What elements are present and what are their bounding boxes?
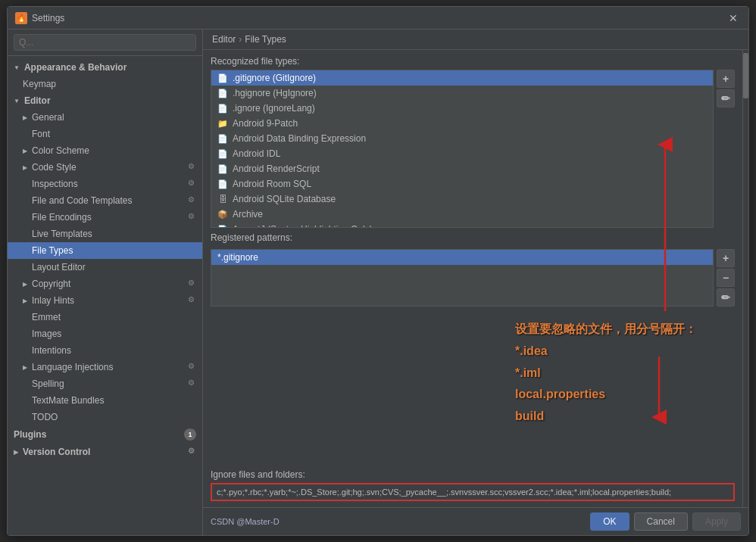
- file-type-label: Android Data Binding Expression: [233, 133, 366, 144]
- sidebar-item-layout-editor[interactable]: Layout Editor: [8, 259, 202, 276]
- sidebar-item-file-types[interactable]: File Types: [8, 242, 202, 259]
- sidebar-item-label: Color Scheme: [32, 145, 89, 156]
- sidebar-item-code-style[interactable]: ▶ Code Style ⚙: [8, 159, 202, 176]
- sidebar-item-emmet[interactable]: Emmet: [8, 309, 202, 326]
- sidebar-item-label: Keymap: [23, 79, 56, 89]
- sidebar-item-keymap[interactable]: Keymap: [8, 76, 202, 92]
- file-type-icon: 📄: [217, 224, 228, 228]
- gear-icon: ⚙: [186, 212, 196, 223]
- sidebar-item-live-templates[interactable]: Live Templates: [8, 226, 202, 242]
- sidebar-item-plugins[interactable]: Plugins 1: [8, 425, 202, 444]
- sidebar: ▼ Appearance & Behavior Keymap ▼ Editor …: [8, 30, 203, 535]
- plugin-badge: 1: [184, 428, 196, 441]
- file-types-buttons: + ✏: [717, 70, 735, 228]
- sidebar-item-label: Images: [32, 329, 61, 339]
- sidebar-item-label: File and Code Templates: [32, 195, 133, 206]
- sidebar-item-label: Font: [32, 129, 50, 139]
- sidebar-item-spelling[interactable]: Spelling ⚙: [8, 375, 202, 392]
- edit-file-type-button[interactable]: ✏: [717, 89, 735, 107]
- file-type-item-renderscript[interactable]: 📄 Android RenderScript: [211, 161, 713, 176]
- file-type-label: AspectJ (Syntax Highlighting Only): [233, 224, 373, 228]
- search-input[interactable]: [14, 34, 196, 51]
- file-types-list[interactable]: 📄 .gitignore (GitIgnore) 📄 .hgignore (Hg…: [211, 70, 714, 228]
- file-type-icon: 📁: [217, 118, 228, 129]
- sidebar-item-label: Intentions: [32, 345, 71, 356]
- sidebar-item-inspections[interactable]: Inspections ⚙: [8, 176, 202, 192]
- close-button[interactable]: ✕: [726, 11, 741, 25]
- bottom-bar: CSDN @Master-D OK Cancel Apply: [203, 507, 748, 535]
- cancel-button[interactable]: Cancel: [634, 512, 688, 531]
- settings-dialog: 🔥 Settings ✕ ▼ Appearance & Behavior Key…: [7, 6, 749, 536]
- breadcrumb-separator: ›: [239, 34, 242, 45]
- sidebar-item-file-code-templates[interactable]: File and Code Templates ⚙: [8, 192, 202, 209]
- file-type-item-androididl[interactable]: 📄 Android IDL: [211, 146, 713, 161]
- sidebar-item-label: Code Style: [32, 162, 77, 173]
- file-type-item-android9patch[interactable]: 📁 Android 9-Patch: [211, 116, 713, 131]
- sidebar-item-label: Live Templates: [32, 229, 92, 239]
- file-type-label: Archive: [233, 209, 263, 220]
- file-type-label: .hgignore (HgIgnore): [233, 88, 317, 98]
- file-type-icon: 📄: [217, 179, 228, 189]
- file-type-icon: 📄: [217, 88, 228, 98]
- expand-icon: ▼: [14, 98, 20, 104]
- sidebar-item-intentions[interactable]: Intentions: [8, 342, 202, 359]
- sidebar-item-color-scheme[interactable]: ▶ Color Scheme: [8, 142, 202, 159]
- annotation-line1: 设置要忽略的文件，用分号隔开：: [515, 319, 697, 341]
- sidebar-item-label: Inspections: [32, 179, 78, 189]
- scrollbar-thumb: [743, 53, 748, 98]
- right-scrollbar[interactable]: [742, 50, 748, 507]
- file-type-icon: 📄: [217, 133, 228, 144]
- sidebar-item-label: File Types: [32, 245, 73, 256]
- breadcrumb: Editor › File Types: [203, 30, 748, 50]
- file-type-icon: 📄: [217, 148, 228, 159]
- file-type-icon: 📄: [217, 103, 228, 114]
- expand-icon: ▶: [23, 164, 27, 171]
- watermark-text: CSDN @Master-D: [211, 517, 280, 526]
- sidebar-item-label: General: [32, 112, 64, 123]
- dialog-body: ▼ Appearance & Behavior Keymap ▼ Editor …: [8, 30, 748, 535]
- file-type-item-ignore[interactable]: 📄 .ignore (IgnoreLang): [211, 101, 713, 116]
- sidebar-item-label: Appearance & Behavior: [24, 62, 127, 73]
- sidebar-item-editor[interactable]: ▼ Editor: [8, 92, 202, 109]
- expand-icon: ▶: [23, 114, 27, 121]
- apply-button[interactable]: Apply: [692, 512, 741, 531]
- add-file-type-button[interactable]: +: [717, 70, 735, 88]
- gear-icon: ⚙: [186, 447, 196, 457]
- file-type-item-databinding[interactable]: 📄 Android Data Binding Expression: [211, 131, 713, 146]
- sidebar-item-inlay-hints[interactable]: ▶ Inlay Hints ⚙: [8, 292, 202, 309]
- patterns-buttons: + − ✏: [717, 249, 735, 307]
- sidebar-item-file-encodings[interactable]: File Encodings ⚙: [8, 209, 202, 226]
- sidebar-item-todo[interactable]: TODO: [8, 409, 202, 425]
- edit-pattern-button[interactable]: ✏: [717, 288, 735, 307]
- main-content: Editor › File Types Recognized file type…: [203, 30, 748, 535]
- ok-button[interactable]: OK: [590, 512, 629, 531]
- sidebar-nav: ▼ Appearance & Behavior Keymap ▼ Editor …: [8, 56, 202, 535]
- ignore-input[interactable]: [211, 483, 735, 501]
- file-type-item-aspectj[interactable]: 📄 AspectJ (Syntax Highlighting Only): [211, 222, 713, 228]
- file-type-item-hgignore[interactable]: 📄 .hgignore (HgIgnore): [211, 86, 713, 101]
- remove-pattern-button[interactable]: −: [717, 269, 735, 287]
- sidebar-item-version-control[interactable]: ▶ Version Control ⚙: [8, 444, 202, 460]
- sidebar-item-font[interactable]: Font: [8, 126, 202, 142]
- annotation-line5: build: [515, 406, 697, 428]
- add-pattern-button[interactable]: +: [717, 249, 735, 267]
- sidebar-item-general[interactable]: ▶ General: [8, 109, 202, 126]
- sidebar-item-images[interactable]: Images: [8, 326, 202, 342]
- file-type-item-gitignore[interactable]: 📄 .gitignore (GitIgnore): [211, 70, 713, 86]
- gear-icon: ⚙: [186, 362, 196, 372]
- file-type-item-roomsql[interactable]: 📄 Android Room SQL: [211, 176, 713, 192]
- sidebar-item-appearance[interactable]: ▼ Appearance & Behavior: [8, 59, 202, 76]
- gear-icon: ⚙: [186, 295, 196, 306]
- sidebar-item-label: File Encodings: [32, 212, 92, 223]
- title-bar: 🔥 Settings ✕: [8, 7, 748, 30]
- sidebar-item-language-injections[interactable]: ▶ Language Injections ⚙: [8, 359, 202, 375]
- sidebar-item-label: Layout Editor: [32, 262, 86, 273]
- sidebar-item-copyright[interactable]: ▶ Copyright ⚙: [8, 276, 202, 292]
- pattern-item-gitignore[interactable]: *.gitignore: [211, 250, 713, 265]
- file-type-item-archive[interactable]: 📦 Archive: [211, 207, 713, 222]
- sidebar-item-textmate-bundles[interactable]: TextMate Bundles: [8, 392, 202, 409]
- patterns-list-panel: *.gitignore + − ✏: [203, 249, 742, 311]
- app-icon: 🔥: [15, 12, 27, 24]
- file-type-item-sqlitedb[interactable]: 🗄 Android SQLite Database: [211, 192, 713, 207]
- patterns-list[interactable]: *.gitignore: [211, 249, 714, 307]
